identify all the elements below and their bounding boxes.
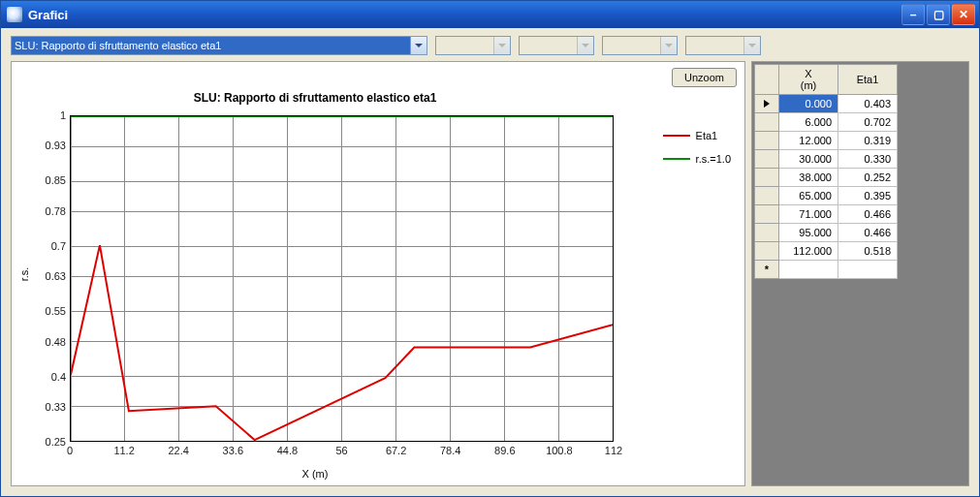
- legend-item-eta1: Eta1: [663, 130, 731, 141]
- cell-eta1[interactable]: [838, 261, 898, 279]
- cell-eta1[interactable]: 0.518: [838, 242, 898, 261]
- table-row[interactable]: 12.0000.319: [755, 132, 898, 150]
- data-table[interactable]: X (m) Eta1 0.0000.4036.0000.70212.0000.3…: [754, 64, 898, 279]
- row-header[interactable]: [755, 242, 779, 261]
- row-header[interactable]: [755, 95, 779, 113]
- row-header[interactable]: [755, 205, 779, 224]
- cell-x[interactable]: 12.000: [779, 132, 838, 150]
- chevron-down-icon[interactable]: [410, 37, 427, 54]
- chart-plot-area[interactable]: [70, 115, 614, 442]
- table-row[interactable]: 6.0000.702: [755, 113, 898, 132]
- table-row[interactable]: 65.0000.395: [755, 187, 898, 205]
- minimize-button[interactable]: –: [901, 4, 925, 25]
- cell-eta1[interactable]: 0.702: [838, 113, 898, 132]
- maximize-button[interactable]: ▢: [927, 4, 950, 25]
- table-row[interactable]: 30.0000.330: [755, 150, 898, 169]
- table-row[interactable]: 95.0000.466: [755, 224, 898, 242]
- cell-eta1[interactable]: 0.319: [838, 132, 898, 150]
- cell-eta1[interactable]: 0.395: [838, 187, 898, 205]
- cell-x[interactable]: [779, 261, 838, 279]
- table-row[interactable]: 0.0000.403: [755, 95, 898, 113]
- cell-x[interactable]: 6.000: [779, 113, 838, 132]
- row-header-new[interactable]: *: [755, 261, 779, 279]
- cell-x[interactable]: 65.000: [779, 187, 838, 205]
- combo-disabled-1: [435, 36, 511, 55]
- table-row[interactable]: 112.0000.518: [755, 242, 898, 261]
- row-header[interactable]: [755, 150, 779, 169]
- combo-disabled-2: [519, 36, 594, 55]
- cell-x[interactable]: 38.000: [779, 169, 838, 187]
- close-button[interactable]: ✕: [952, 4, 975, 25]
- cell-eta1[interactable]: 0.466: [838, 224, 898, 242]
- toolbar: SLU: Rapporto di sfruttamento elastico e…: [1, 28, 979, 61]
- table-corner: [755, 65, 779, 95]
- row-header[interactable]: [755, 187, 779, 205]
- cell-x[interactable]: 95.000: [779, 224, 838, 242]
- combo-selected-text: SLU: Rapporto di sfruttamento elastico e…: [12, 37, 410, 54]
- window-frame: Grafici – ▢ ✕ SLU: Rapporto di sfruttame…: [0, 0, 980, 497]
- cell-x[interactable]: 112.000: [779, 242, 838, 261]
- col-header-eta1[interactable]: Eta1: [838, 65, 898, 95]
- cell-x[interactable]: 0.000: [779, 95, 838, 113]
- unzoom-button[interactable]: Unzoom: [672, 68, 737, 87]
- cell-eta1[interactable]: 0.466: [838, 205, 898, 224]
- x-axis-label: X (m): [12, 468, 618, 480]
- series-selector-combo[interactable]: SLU: Rapporto di sfruttamento elastico e…: [11, 36, 427, 55]
- row-header[interactable]: [755, 132, 779, 150]
- cell-eta1[interactable]: 0.403: [838, 95, 898, 113]
- combo-disabled-4: [685, 36, 761, 55]
- chart-title: SLU: Rapporto di sfruttamento elastico e…: [12, 91, 618, 105]
- window-title: Grafici: [28, 8, 68, 22]
- row-header[interactable]: [755, 113, 779, 132]
- cell-eta1[interactable]: 0.330: [838, 150, 898, 169]
- x-ticks: 011.222.433.644.85667.278.489.6100.8112: [70, 445, 614, 460]
- legend-item-rs1: r.s.=1.0: [663, 153, 731, 165]
- cell-x[interactable]: 30.000: [779, 150, 838, 169]
- app-icon: [7, 7, 22, 22]
- legend-swatch-rs1: [663, 158, 690, 160]
- data-grid-panel: X (m) Eta1 0.0000.4036.0000.70212.0000.3…: [751, 61, 969, 486]
- table-new-row[interactable]: *: [755, 261, 898, 279]
- table-row[interactable]: 38.0000.252: [755, 169, 898, 187]
- legend-swatch-eta1: [663, 135, 690, 137]
- titlebar: Grafici – ▢ ✕: [1, 1, 979, 28]
- cell-eta1[interactable]: 0.252: [838, 169, 898, 187]
- legend: Eta1 r.s.=1.0: [663, 130, 731, 176]
- chart-panel: Unzoom SLU: Rapporto di sfruttamento ela…: [11, 61, 745, 486]
- y-axis-label: r.s.: [18, 266, 30, 281]
- row-header[interactable]: [755, 224, 779, 242]
- combo-disabled-3: [602, 36, 678, 55]
- col-header-x[interactable]: X (m): [779, 65, 838, 95]
- row-header[interactable]: [755, 169, 779, 187]
- y-ticks: 0.250.330.40.480.550.630.70.780.850.931: [35, 115, 68, 442]
- table-row[interactable]: 71.0000.466: [755, 205, 898, 224]
- cell-x[interactable]: 71.000: [779, 205, 838, 224]
